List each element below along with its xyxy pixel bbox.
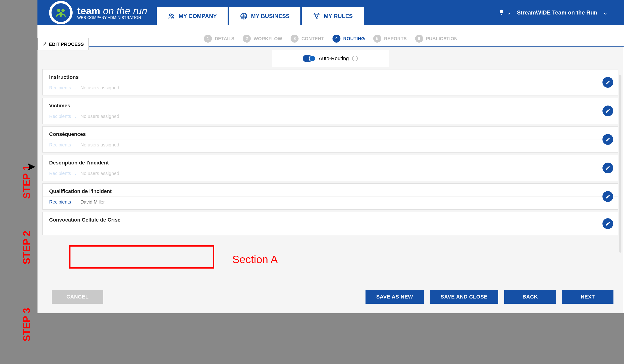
routing-card-convocation: Convocation Cellule de Crise bbox=[42, 212, 618, 235]
chevron-down-icon: ⌄ bbox=[74, 86, 77, 90]
recipients-value: No users assigned bbox=[80, 85, 119, 91]
step-reports[interactable]: 5REPORTS bbox=[373, 35, 407, 43]
logo-icon bbox=[49, 1, 73, 24]
chevron-down-icon: ⌄ bbox=[74, 143, 77, 147]
main-panel: Auto-Routing i Instructions Recipients ⌄… bbox=[37, 47, 623, 313]
business-icon bbox=[240, 12, 248, 20]
brand-subtitle: WEB COMPANY ADMINISTRATION bbox=[77, 16, 147, 20]
chevron-down-icon: ⌄ bbox=[506, 9, 511, 16]
svg-point-7 bbox=[318, 14, 319, 15]
brand-title: team on the run bbox=[77, 5, 147, 17]
edit-button[interactable] bbox=[602, 77, 613, 88]
recipients-value: David Miller bbox=[80, 199, 105, 205]
chevron-down-icon: ⌄ bbox=[74, 200, 77, 204]
chevron-down-icon: ⌄ bbox=[74, 115, 77, 118]
user-menu-button[interactable]: ⌄ bbox=[603, 9, 608, 16]
logo[interactable]: team on the run WEB COMPANY ADMINISTRATI… bbox=[37, 1, 147, 24]
chevron-down-icon: ⌄ bbox=[74, 172, 77, 175]
svg-point-0 bbox=[57, 9, 60, 12]
card-title: Victimes bbox=[49, 103, 611, 109]
step-workflow[interactable]: 2WORKFLOW bbox=[243, 35, 282, 43]
save-and-close-button[interactable]: SAVE AND CLOSE bbox=[430, 290, 498, 304]
tab-my-business[interactable]: MY BUSINESS bbox=[229, 7, 300, 25]
rules-icon bbox=[312, 12, 321, 20]
bell-icon bbox=[498, 9, 505, 16]
tab-label: MY RULES bbox=[324, 13, 353, 19]
recipients-dropdown[interactable]: Recipients bbox=[49, 114, 71, 119]
company-icon bbox=[167, 12, 175, 20]
tab-label: MY COMPANY bbox=[179, 13, 217, 19]
auto-routing-toggle-box: Auto-Routing i bbox=[272, 50, 389, 67]
scrollbar[interactable] bbox=[619, 75, 622, 253]
recipients-value: No users assigned bbox=[80, 171, 119, 176]
annotation-step-2: STEP 2 bbox=[21, 231, 32, 264]
annotation-step-3: STEP 3 bbox=[21, 308, 32, 341]
annotation-section-a-box bbox=[69, 245, 214, 268]
card-title: Conséquences bbox=[49, 131, 611, 137]
edit-icon bbox=[42, 42, 47, 47]
card-title: Convocation Cellule de Crise bbox=[49, 217, 611, 223]
header: team on the run WEB COMPANY ADMINISTRATI… bbox=[37, 0, 624, 25]
edit-button[interactable] bbox=[602, 105, 613, 116]
tab-my-rules[interactable]: MY RULES bbox=[302, 7, 364, 25]
svg-point-6 bbox=[314, 14, 315, 15]
svg-point-4 bbox=[172, 15, 174, 16]
routing-card-victimes: Victimes Recipients ⌄ No users assigned bbox=[42, 98, 618, 124]
next-button[interactable]: NEXT bbox=[562, 290, 613, 304]
edit-process-tab[interactable]: EDIT PROCESS bbox=[37, 38, 89, 50]
edit-button[interactable] bbox=[602, 163, 613, 173]
tab-label: MY BUSINESS bbox=[251, 13, 290, 19]
recipients-dropdown[interactable]: Recipients bbox=[49, 171, 71, 176]
step-details[interactable]: 1DETAILS bbox=[204, 35, 234, 43]
card-title: Description de l'incident bbox=[49, 160, 611, 166]
nav-tabs: MY COMPANY MY BUSINESS MY RULES bbox=[157, 0, 365, 25]
routing-card-description: Description de l'incident Recipients ⌄ N… bbox=[42, 155, 618, 181]
recipients-value: No users assigned bbox=[80, 114, 119, 119]
step-content[interactable]: 3CONTENT bbox=[290, 35, 324, 43]
routing-card-instructions: Instructions Recipients ⌄ No users assig… bbox=[42, 69, 618, 96]
black-cursor-icon: ➤ bbox=[26, 160, 36, 173]
edit-button[interactable] bbox=[602, 218, 613, 229]
user-company: StreamWIDE Team on the Run bbox=[517, 9, 597, 16]
step-routing[interactable]: 4ROUTING bbox=[333, 35, 365, 43]
recipients-dropdown[interactable]: Recipients bbox=[49, 142, 71, 148]
save-as-new-button[interactable]: SAVE AS NEW bbox=[365, 290, 424, 304]
annotation-section-a-label: Section A bbox=[232, 253, 278, 266]
back-button[interactable]: BACK bbox=[504, 290, 556, 304]
recipients-dropdown[interactable]: Recipients bbox=[49, 199, 71, 205]
tab-my-company[interactable]: MY COMPANY bbox=[157, 7, 228, 25]
svg-point-8 bbox=[316, 18, 317, 19]
recipients-value: No users assigned bbox=[80, 142, 119, 148]
card-title: Qualification de l'incident bbox=[49, 188, 611, 194]
notifications-button[interactable]: ⌄ bbox=[498, 9, 511, 16]
svg-point-3 bbox=[169, 14, 171, 16]
edit-button[interactable] bbox=[602, 191, 613, 202]
cancel-button[interactable]: CANCEL bbox=[52, 290, 103, 304]
edit-tab-label: EDIT PROCESS bbox=[49, 42, 84, 47]
edit-button[interactable] bbox=[602, 134, 613, 145]
svg-point-1 bbox=[61, 9, 65, 12]
step-publication[interactable]: 6PUBLICATION bbox=[415, 35, 458, 43]
auto-routing-toggle[interactable] bbox=[303, 55, 315, 62]
recipients-dropdown[interactable]: Recipients bbox=[49, 85, 71, 91]
info-icon[interactable]: i bbox=[352, 56, 358, 61]
process-header: EDIT PROCESS 1DETAILS 2WORKFLOW 3CONTENT… bbox=[37, 25, 624, 46]
routing-card-consequences: Conséquences Recipients ⌄ No users assig… bbox=[42, 126, 618, 152]
card-title: Instructions bbox=[49, 74, 611, 80]
routing-card-qualification: Qualification de l'incident Recipients ⌄… bbox=[42, 183, 618, 210]
auto-routing-label: Auto-Routing bbox=[319, 55, 349, 62]
